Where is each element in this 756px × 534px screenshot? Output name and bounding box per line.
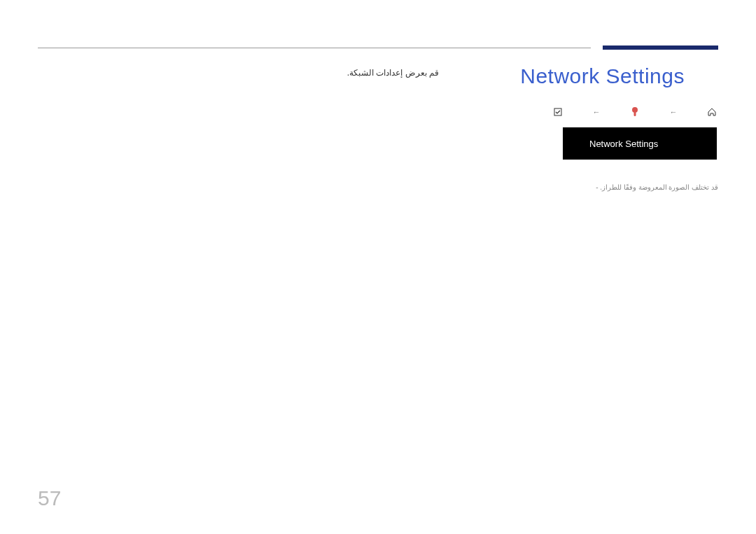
footnote-dash: - [596,183,598,191]
expand-icon [553,107,563,117]
header-accent-bar [603,45,718,50]
warn-icon [630,107,640,117]
footnote: قد تختلف الصورة المعروضة وفقًا للطراز. - [593,183,718,191]
page-description: قم بعرض إعدادات الشبكة. [347,68,439,78]
footnote-text: قد تختلف الصورة المعروضة وفقًا للطراز. [600,183,718,191]
svg-rect-2 [634,112,636,116]
menu-item-label: Network Settings [589,139,658,149]
svg-rect-0 [554,108,561,115]
home-icon [707,107,717,117]
header-divider [38,48,591,48]
svg-point-1 [632,107,638,113]
menu-item-network-settings[interactable]: Network Settings [563,127,717,160]
breadcrumb-arrow-2: ← [670,108,678,116]
breadcrumb-icon-row: ← ← [553,106,717,118]
page-number: 57 [38,486,61,510]
breadcrumb-arrow-1: ← [593,108,601,116]
page-title: Network Settings [520,64,685,88]
